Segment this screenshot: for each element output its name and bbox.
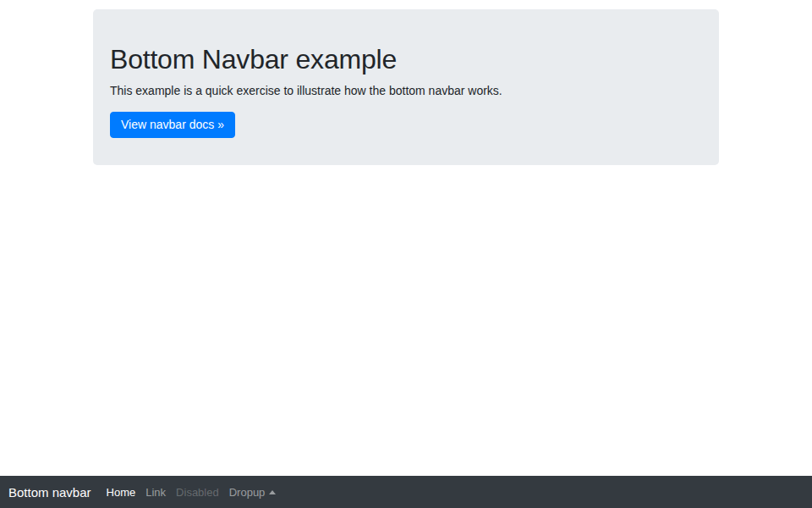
jumbotron: Bottom Navbar example This example is a … [93, 9, 719, 165]
dropup-label: Dropup [229, 486, 266, 499]
nav-item-dropup: Dropup [224, 484, 282, 500]
caret-up-icon [269, 490, 276, 494]
page-title: Bottom Navbar example [110, 43, 702, 75]
nav-link-dropup[interactable]: Dropup [224, 486, 282, 499]
nav-item-link: Link [140, 484, 171, 500]
view-navbar-docs-button[interactable]: View navbar docs » [110, 112, 235, 138]
bottom-navbar: Bottom navbar Home Link Disabled Dropup [0, 476, 812, 508]
nav-item-home: Home [102, 484, 141, 500]
navbar-nav: Home Link Disabled Dropup [102, 484, 282, 500]
nav-link-link[interactable]: Link [140, 486, 171, 499]
nav-link-disabled[interactable]: Disabled [171, 486, 224, 499]
navbar-brand[interactable]: Bottom navbar [8, 485, 91, 500]
nav-link-home[interactable]: Home [102, 486, 141, 499]
nav-item-disabled: Disabled [171, 484, 224, 500]
page-description: This example is a quick exercise to illu… [110, 82, 702, 100]
